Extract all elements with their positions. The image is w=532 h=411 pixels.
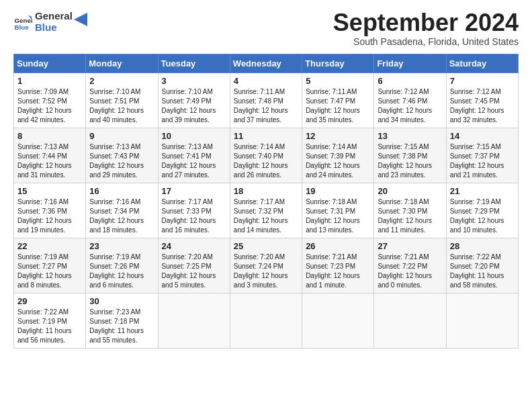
- day-number: 8: [17, 131, 82, 141]
- header: General Blue General Blue September 2024…: [13, 11, 519, 47]
- calendar-cell: 14Sunrise: 7:15 AMSunset: 7:37 PMDayligh…: [446, 128, 518, 183]
- cell-content: Sunrise: 7:11 AMSunset: 7:47 PMDaylight:…: [306, 87, 370, 125]
- cell-content: Sunrise: 7:23 AMSunset: 7:18 PMDaylight:…: [89, 308, 154, 345]
- calendar-cell: 6Sunrise: 7:12 AMSunset: 7:46 PMDaylight…: [374, 73, 446, 128]
- calendar-cell: 24Sunrise: 7:20 AMSunset: 7:25 PMDayligh…: [158, 238, 230, 293]
- calendar-cell: 3Sunrise: 7:10 AMSunset: 7:49 PMDaylight…: [158, 73, 230, 128]
- svg-marker-3: [74, 13, 87, 26]
- cell-content: Sunrise: 7:14 AMSunset: 7:39 PMDaylight:…: [306, 142, 370, 180]
- cell-content: Sunrise: 7:13 AMSunset: 7:43 PMDaylight:…: [89, 142, 154, 180]
- calendar-cell: 5Sunrise: 7:11 AMSunset: 7:47 PMDaylight…: [302, 73, 374, 128]
- calendar-cell: 1Sunrise: 7:09 AMSunset: 7:52 PMDaylight…: [14, 73, 86, 128]
- title-area: September 2024 South Pasadena, Florida, …: [333, 11, 519, 47]
- day-number: 9: [89, 131, 154, 141]
- cell-content: Sunrise: 7:17 AMSunset: 7:33 PMDaylight:…: [162, 197, 226, 235]
- cell-content: Sunrise: 7:13 AMSunset: 7:41 PMDaylight:…: [162, 142, 226, 180]
- day-number: 18: [234, 186, 298, 196]
- cell-content: Sunrise: 7:20 AMSunset: 7:24 PMDaylight:…: [234, 253, 298, 290]
- day-number: 2: [89, 76, 154, 86]
- calendar-cell: 25Sunrise: 7:20 AMSunset: 7:24 PMDayligh…: [230, 238, 302, 293]
- calendar-cell: [230, 293, 302, 349]
- calendar-cell: 8Sunrise: 7:13 AMSunset: 7:44 PMDaylight…: [14, 128, 86, 183]
- logo-icon: General Blue: [13, 13, 32, 32]
- week-row-5: 29Sunrise: 7:22 AMSunset: 7:19 PMDayligh…: [14, 293, 519, 349]
- calendar-cell: 26Sunrise: 7:21 AMSunset: 7:23 PMDayligh…: [302, 238, 374, 293]
- cell-content: Sunrise: 7:11 AMSunset: 7:48 PMDaylight:…: [234, 87, 298, 125]
- header-saturday: Saturday: [446, 54, 518, 73]
- cell-content: Sunrise: 7:19 AMSunset: 7:27 PMDaylight:…: [17, 253, 82, 290]
- calendar-cell: 4Sunrise: 7:11 AMSunset: 7:48 PMDaylight…: [230, 73, 302, 128]
- cell-content: Sunrise: 7:22 AMSunset: 7:20 PMDaylight:…: [450, 253, 515, 290]
- calendar-cell: 16Sunrise: 7:16 AMSunset: 7:34 PMDayligh…: [86, 183, 158, 238]
- calendar-cell: 21Sunrise: 7:19 AMSunset: 7:29 PMDayligh…: [446, 183, 518, 238]
- logo: General Blue General Blue: [13, 11, 87, 33]
- calendar-cell: 2Sunrise: 7:10 AMSunset: 7:51 PMDaylight…: [86, 73, 158, 128]
- calendar-cell: 27Sunrise: 7:21 AMSunset: 7:22 PMDayligh…: [374, 238, 446, 293]
- logo-arrow-icon: [74, 13, 87, 26]
- cell-content: Sunrise: 7:19 AMSunset: 7:29 PMDaylight:…: [450, 197, 515, 235]
- day-number: 4: [234, 76, 298, 86]
- week-row-4: 22Sunrise: 7:19 AMSunset: 7:27 PMDayligh…: [14, 238, 519, 293]
- calendar-cell: 10Sunrise: 7:13 AMSunset: 7:41 PMDayligh…: [158, 128, 230, 183]
- day-number: 10: [162, 131, 226, 141]
- day-number: 29: [17, 296, 82, 306]
- calendar-cell: [158, 293, 230, 349]
- header-thursday: Thursday: [302, 54, 374, 73]
- calendar-cell: [446, 293, 518, 349]
- day-number: 21: [450, 186, 515, 196]
- cell-content: Sunrise: 7:15 AMSunset: 7:38 PMDaylight:…: [378, 142, 442, 180]
- location-title: South Pasadena, Florida, United States: [333, 36, 519, 47]
- day-number: 14: [450, 131, 515, 141]
- header-sunday: Sunday: [14, 54, 86, 73]
- calendar-cell: 15Sunrise: 7:16 AMSunset: 7:36 PMDayligh…: [14, 183, 86, 238]
- calendar-cell: 9Sunrise: 7:13 AMSunset: 7:43 PMDaylight…: [86, 128, 158, 183]
- week-row-1: 1Sunrise: 7:09 AMSunset: 7:52 PMDaylight…: [14, 73, 519, 128]
- calendar-cell: [302, 293, 374, 349]
- month-title: September 2024: [333, 11, 519, 35]
- day-number: 20: [378, 186, 442, 196]
- calendar-cell: [374, 293, 446, 349]
- day-number: 6: [378, 76, 442, 86]
- calendar-cell: 22Sunrise: 7:19 AMSunset: 7:27 PMDayligh…: [14, 238, 86, 293]
- logo-blue: Blue: [35, 22, 73, 34]
- cell-content: Sunrise: 7:22 AMSunset: 7:19 PMDaylight:…: [17, 308, 82, 345]
- cell-content: Sunrise: 7:17 AMSunset: 7:32 PMDaylight:…: [234, 197, 298, 235]
- day-number: 23: [89, 241, 154, 251]
- day-number: 7: [450, 76, 515, 86]
- cell-content: Sunrise: 7:14 AMSunset: 7:40 PMDaylight:…: [234, 142, 298, 180]
- day-number: 5: [306, 76, 370, 86]
- calendar-cell: 28Sunrise: 7:22 AMSunset: 7:20 PMDayligh…: [446, 238, 518, 293]
- day-number: 13: [378, 131, 442, 141]
- header-tuesday: Tuesday: [158, 54, 230, 73]
- day-number: 11: [234, 131, 298, 141]
- day-number: 15: [17, 186, 82, 196]
- cell-content: Sunrise: 7:12 AMSunset: 7:45 PMDaylight:…: [450, 87, 515, 125]
- header-friday: Friday: [374, 54, 446, 73]
- day-number: 26: [306, 241, 370, 251]
- calendar-cell: 7Sunrise: 7:12 AMSunset: 7:45 PMDaylight…: [446, 73, 518, 128]
- calendar-cell: 29Sunrise: 7:22 AMSunset: 7:19 PMDayligh…: [14, 293, 86, 349]
- cell-content: Sunrise: 7:10 AMSunset: 7:49 PMDaylight:…: [162, 87, 226, 125]
- day-number: 19: [306, 186, 370, 196]
- day-number: 27: [378, 241, 442, 251]
- day-number: 12: [306, 131, 370, 141]
- day-number: 22: [17, 241, 82, 251]
- cell-content: Sunrise: 7:20 AMSunset: 7:25 PMDaylight:…: [162, 253, 226, 290]
- day-number: 28: [450, 241, 515, 251]
- week-row-2: 8Sunrise: 7:13 AMSunset: 7:44 PMDaylight…: [14, 128, 519, 183]
- svg-text:Blue: Blue: [14, 23, 29, 30]
- cell-content: Sunrise: 7:18 AMSunset: 7:31 PMDaylight:…: [306, 197, 370, 235]
- calendar-cell: 17Sunrise: 7:17 AMSunset: 7:33 PMDayligh…: [158, 183, 230, 238]
- cell-content: Sunrise: 7:18 AMSunset: 7:30 PMDaylight:…: [378, 197, 442, 235]
- header-monday: Monday: [86, 54, 158, 73]
- week-row-3: 15Sunrise: 7:16 AMSunset: 7:36 PMDayligh…: [14, 183, 519, 238]
- day-number: 25: [234, 241, 298, 251]
- calendar-cell: 12Sunrise: 7:14 AMSunset: 7:39 PMDayligh…: [302, 128, 374, 183]
- cell-content: Sunrise: 7:09 AMSunset: 7:52 PMDaylight:…: [17, 87, 82, 125]
- cell-content: Sunrise: 7:19 AMSunset: 7:26 PMDaylight:…: [89, 253, 154, 290]
- calendar-cell: 20Sunrise: 7:18 AMSunset: 7:30 PMDayligh…: [374, 183, 446, 238]
- cell-content: Sunrise: 7:13 AMSunset: 7:44 PMDaylight:…: [17, 142, 82, 180]
- cell-content: Sunrise: 7:12 AMSunset: 7:46 PMDaylight:…: [378, 87, 442, 125]
- calendar-body: 1Sunrise: 7:09 AMSunset: 7:52 PMDaylight…: [14, 73, 519, 349]
- logo-general: General: [35, 11, 73, 22]
